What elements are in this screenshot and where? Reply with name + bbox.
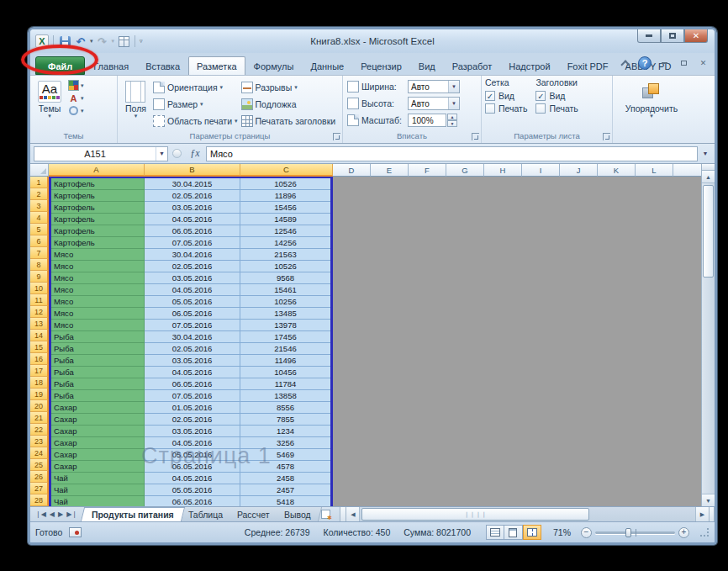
- column-header-K[interactable]: K: [598, 164, 636, 177]
- row-header-23[interactable]: 23: [30, 436, 49, 447]
- redo-icon[interactable]: ↷: [96, 34, 109, 48]
- print-titles-button[interactable]: Печатать заголовки: [241, 113, 336, 130]
- row-header-11[interactable]: 11: [30, 294, 49, 306]
- cell-B9[interactable]: 03.05.2016: [145, 272, 240, 284]
- cell-B1[interactable]: 30.04.2015: [145, 178, 240, 190]
- cell-A20[interactable]: Сахар: [51, 402, 145, 414]
- ribbon-tab-8[interactable]: Разработ: [444, 56, 500, 75]
- column-header-H[interactable]: H: [484, 164, 522, 177]
- cell-A19[interactable]: Рыба: [51, 390, 145, 402]
- first-sheet-icon[interactable]: ❘◀: [35, 510, 46, 518]
- cell-B24[interactable]: 05.05.2016: [145, 449, 240, 461]
- cell-A22[interactable]: Сахар: [51, 426, 145, 437]
- tab-split-handle-right[interactable]: [709, 507, 715, 521]
- prev-sheet-icon[interactable]: ◀: [50, 510, 55, 518]
- row-header-8[interactable]: 8: [30, 259, 49, 271]
- cell-C22[interactable]: 1234: [240, 426, 330, 437]
- cell-B17[interactable]: 04.05.2016: [145, 367, 240, 378]
- zoom-out-icon[interactable]: −: [581, 527, 592, 538]
- cell-B13[interactable]: 07.05.2016: [145, 320, 240, 331]
- cell-B14[interactable]: 30.04.2016: [145, 331, 240, 343]
- cell-A4[interactable]: Картофель: [51, 214, 145, 225]
- cell-A10[interactable]: Мясо: [51, 284, 145, 296]
- row-header-4[interactable]: 4: [30, 212, 49, 224]
- vertical-split-handle[interactable]: [702, 164, 715, 171]
- height-combo[interactable]: Авто▼: [408, 97, 460, 110]
- cell-B18[interactable]: 06.05.2016: [145, 378, 240, 390]
- cell-C16[interactable]: 11496: [240, 355, 330, 367]
- sheet-tab-3[interactable]: Вывод: [274, 507, 322, 521]
- cell-B2[interactable]: 02.05.2016: [145, 190, 240, 202]
- normal-view-button[interactable]: [486, 525, 504, 540]
- cell-A24[interactable]: Сахар: [51, 449, 145, 461]
- cell-A12[interactable]: Мясо: [51, 308, 145, 320]
- print-preview-icon[interactable]: [117, 34, 130, 48]
- sheet-tab-0[interactable]: Продукты питания: [81, 507, 185, 521]
- column-header-G[interactable]: G: [446, 164, 484, 177]
- cell-B15[interactable]: 02.05.2016: [145, 343, 240, 355]
- cell-B20[interactable]: 01.05.2016: [145, 402, 240, 414]
- cell-B19[interactable]: 07.05.2016: [145, 390, 240, 402]
- themes-button[interactable]: Aa Темы ▾: [34, 79, 65, 120]
- row-header-25[interactable]: 25: [30, 459, 49, 471]
- cell-A9[interactable]: Мясо: [51, 272, 145, 284]
- vertical-scrollbar[interactable]: ▲ ▼: [701, 164, 715, 506]
- cell-B8[interactable]: 02.05.2016: [145, 261, 240, 272]
- cell-A26[interactable]: Чай: [51, 473, 145, 484]
- ribbon-tab-6[interactable]: Рецензир: [352, 56, 410, 75]
- column-header-J[interactable]: J: [560, 164, 598, 177]
- cell-C20[interactable]: 8556: [240, 402, 330, 414]
- row-header-10[interactable]: 10: [30, 283, 49, 294]
- ribbon-tab-7[interactable]: Вид: [410, 56, 444, 75]
- workbook-close-icon[interactable]: ✕: [697, 58, 710, 69]
- cell-C9[interactable]: 9568: [240, 272, 330, 284]
- cell-B21[interactable]: 02.05.2016: [145, 414, 240, 426]
- page-setup-dialog-launcher-icon[interactable]: [333, 133, 340, 140]
- row-header-24[interactable]: 24: [30, 447, 49, 459]
- cell-A11[interactable]: Мясо: [51, 296, 145, 308]
- cell-C4[interactable]: 14589: [240, 214, 330, 225]
- row-header-2[interactable]: 2: [30, 188, 49, 200]
- expand-formula-bar-icon[interactable]: ▼: [699, 146, 711, 161]
- cell-C17[interactable]: 10456: [240, 367, 330, 378]
- cell-B3[interactable]: 03.05.2016: [145, 202, 240, 214]
- cell-A21[interactable]: Сахар: [51, 414, 145, 426]
- ribbon-tab-5[interactable]: Данные: [302, 56, 352, 75]
- cell-B28[interactable]: 06.05.2016: [145, 496, 240, 506]
- column-header-I[interactable]: I: [522, 164, 560, 177]
- cell-B26[interactable]: 04.05.2016: [145, 473, 240, 484]
- gridlines-print-checkbox[interactable]: ✓Печать: [485, 103, 527, 114]
- cell-C23[interactable]: 3256: [240, 437, 330, 449]
- width-combo[interactable]: Авто▼: [408, 80, 460, 93]
- scale-to-fit-dialog-launcher-icon[interactable]: [472, 133, 479, 140]
- cell-B7[interactable]: 30.04.2016: [145, 249, 240, 261]
- background-button[interactable]: Подложка: [241, 96, 336, 113]
- column-header-F[interactable]: F: [409, 164, 446, 177]
- column-header-B[interactable]: B: [145, 164, 240, 177]
- cell-A23[interactable]: Сахар: [51, 437, 145, 449]
- cell-A18[interactable]: Рыба: [51, 378, 145, 390]
- cell-B27[interactable]: 05.05.2016: [145, 484, 240, 496]
- theme-effects-button[interactable]: ▾: [68, 105, 84, 116]
- row-header-3[interactable]: 3: [30, 200, 49, 212]
- column-header-L[interactable]: L: [636, 164, 673, 177]
- ribbon-tab-3[interactable]: Разметка: [188, 56, 245, 75]
- undo-dropdown-icon[interactable]: ▾: [90, 38, 93, 45]
- row-header-18[interactable]: 18: [30, 377, 49, 389]
- cell-C25[interactable]: 4578: [240, 461, 330, 473]
- sheet-options-dialog-launcher-icon[interactable]: [603, 133, 610, 140]
- insert-function-button[interactable]: ƒx: [186, 146, 204, 161]
- cell-B10[interactable]: 04.05.2016: [145, 284, 240, 296]
- cell-C1[interactable]: 10526: [240, 178, 330, 190]
- page-layout-view-button[interactable]: [504, 525, 523, 540]
- cell-C5[interactable]: 12546: [240, 225, 330, 237]
- cell-B16[interactable]: 03.05.2016: [145, 355, 240, 367]
- ribbon-tab-9[interactable]: Надстрой: [500, 56, 558, 75]
- cell-A27[interactable]: Чай: [51, 484, 145, 496]
- cell-A25[interactable]: Сахар: [51, 461, 145, 473]
- ribbon-tab-4[interactable]: Формулы: [245, 56, 303, 75]
- cell-A1[interactable]: Картофель: [51, 178, 145, 190]
- cell-A8[interactable]: Мясо: [51, 261, 145, 272]
- zoom-in-icon[interactable]: +: [678, 527, 689, 538]
- row-header-9[interactable]: 9: [30, 271, 49, 283]
